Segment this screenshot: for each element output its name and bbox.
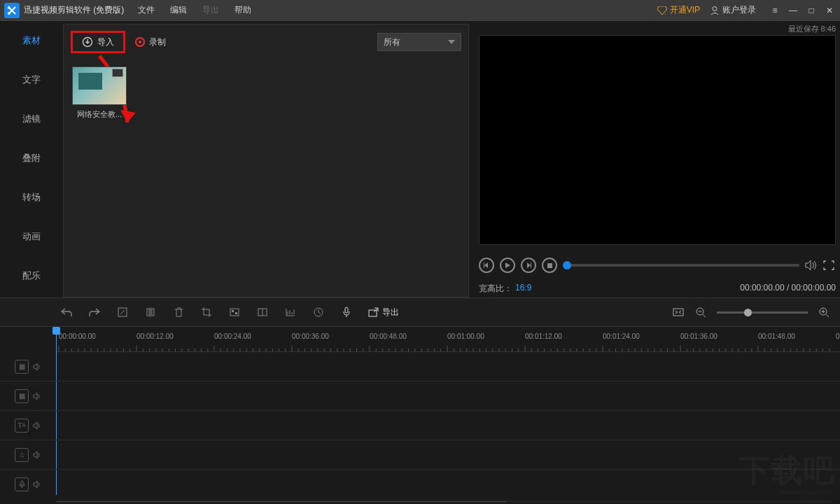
- menu-edit[interactable]: 编辑: [170, 4, 187, 16]
- aspect-value[interactable]: 16:9: [515, 283, 531, 295]
- vip-button[interactable]: 开通VIP: [657, 4, 700, 16]
- sidebar-item-overlay[interactable]: 叠附: [0, 139, 63, 178]
- svg-rect-8: [147, 309, 149, 316]
- undo-button[interactable]: [60, 306, 73, 318]
- mic-track[interactable]: [0, 470, 840, 499]
- record-label: 录制: [149, 36, 166, 48]
- time-display: 00:00:00.00 / 00:00:00.00: [740, 283, 836, 295]
- export-icon: [368, 307, 379, 317]
- timeline-toolbar: 导出: [0, 298, 840, 327]
- stop-button[interactable]: [542, 258, 557, 273]
- text-track[interactable]: TA: [0, 411, 840, 440]
- export-button[interactable]: 导出: [368, 307, 399, 318]
- aspect-label: 宽高比：: [479, 283, 512, 295]
- menu-help[interactable]: 帮助: [234, 4, 251, 16]
- seek-thumb[interactable]: [563, 261, 571, 270]
- ruler-mark: 00:01:12.00: [525, 332, 562, 340]
- music-icon: ♫: [15, 448, 29, 462]
- crop-button[interactable]: [200, 306, 213, 318]
- maximize-button[interactable]: □: [806, 6, 816, 15]
- media-item[interactable]: 网络安全教...: [72, 66, 127, 120]
- filter-dropdown[interactable]: 所有: [377, 33, 461, 51]
- close-button[interactable]: ✕: [825, 6, 834, 15]
- record-icon: [135, 37, 145, 47]
- chart-button[interactable]: [284, 306, 297, 318]
- edit-tool-button[interactable]: [116, 306, 129, 318]
- next-frame-button[interactable]: [521, 258, 536, 273]
- mosaic-button[interactable]: [228, 306, 241, 318]
- ruler-mark: 00:00:00.00: [59, 332, 96, 340]
- fullscreen-icon[interactable]: [823, 260, 836, 270]
- ruler-mark: 00:01:36.00: [680, 332, 718, 340]
- main-menu: 文件 编辑 导出 帮助: [138, 4, 251, 16]
- menu-export: 导出: [202, 4, 219, 16]
- fit-button[interactable]: [672, 306, 685, 318]
- mic-icon: [15, 477, 29, 491]
- title-bar: 迅捷视频剪辑软件 (免费版) 文件 编辑 导出 帮助 开通VIP 账户登录 ≡ …: [0, 0, 840, 21]
- menu-file[interactable]: 文件: [138, 4, 155, 16]
- freeze-button[interactable]: [256, 306, 269, 318]
- play-button[interactable]: [500, 258, 515, 273]
- video-track[interactable]: ▦: [0, 352, 840, 382]
- minimize-button[interactable]: —: [788, 6, 798, 15]
- app-title: 迅捷视频剪辑软件 (免费版): [24, 4, 124, 16]
- preview-viewport[interactable]: [479, 35, 836, 245]
- svg-rect-19: [673, 309, 683, 316]
- speaker-icon[interactable]: [33, 421, 41, 430]
- ruler-mark: 00:02:00: [836, 332, 840, 340]
- speaker-icon[interactable]: [33, 392, 41, 400]
- sidebar-item-transition[interactable]: 转场: [0, 178, 63, 217]
- ruler-mark: 00:00:12.00: [136, 332, 174, 340]
- sidebar-item-material[interactable]: 素材: [0, 21, 63, 60]
- zoom-in-button[interactable]: [818, 306, 830, 318]
- timeline-ruler[interactable]: 00:00:00.00 00:00:12.00 00:00:24.00 00:0…: [56, 327, 840, 352]
- timeline: 00:00:00.00 00:00:12.00 00:00:24.00 00:0…: [0, 327, 840, 504]
- voiceover-button[interactable]: [340, 306, 353, 318]
- vip-label: 开通VIP: [670, 4, 700, 16]
- svg-rect-11: [230, 309, 239, 316]
- svg-rect-13: [235, 312, 237, 314]
- split-button[interactable]: [144, 306, 157, 318]
- sidebar-item-music[interactable]: 配乐: [0, 256, 63, 295]
- pip-track[interactable]: ▦: [0, 382, 840, 411]
- sidebar-item-filter[interactable]: 滤镜: [0, 99, 63, 139]
- svg-point-2: [713, 6, 717, 10]
- prev-frame-button[interactable]: [479, 258, 494, 273]
- music-track[interactable]: ♫: [0, 440, 840, 470]
- pip-icon: ▦: [15, 389, 29, 403]
- svg-rect-27: [21, 481, 23, 485]
- media-grid: 网络安全教...: [64, 59, 468, 297]
- speed-button[interactable]: [312, 306, 325, 318]
- sidebar-item-animation[interactable]: 动画: [0, 217, 63, 256]
- import-button[interactable]: 导入: [71, 31, 125, 53]
- last-save-label: 最近保存 8:46: [479, 24, 836, 35]
- svg-rect-9: [152, 309, 154, 316]
- timeline-h-scrollbar[interactable]: [56, 500, 833, 503]
- delete-button[interactable]: [172, 306, 185, 318]
- zoom-out-button[interactable]: [694, 306, 707, 318]
- seek-slider[interactable]: [563, 264, 799, 267]
- hamburger-icon[interactable]: ≡: [770, 6, 780, 15]
- ruler-mark: 00:00:24.00: [214, 332, 251, 340]
- login-button[interactable]: 账户登录: [710, 4, 756, 16]
- record-button[interactable]: 录制: [135, 36, 166, 48]
- timeline-h-scroll-thumb[interactable]: [56, 501, 507, 502]
- media-thumbnail: [72, 66, 127, 105]
- svg-rect-6: [547, 263, 552, 268]
- media-panel: 导入 录制 所有 网络安全教...: [63, 24, 469, 298]
- sidebar-item-text[interactable]: 文字: [0, 60, 63, 99]
- volume-icon[interactable]: [805, 260, 818, 271]
- speaker-icon[interactable]: [33, 480, 41, 489]
- svg-point-0: [8, 6, 10, 9]
- svg-line-21: [703, 314, 706, 317]
- zoom-thumb[interactable]: [744, 309, 752, 316]
- import-icon: [82, 36, 93, 48]
- redo-button[interactable]: [88, 306, 101, 318]
- ruler-mark: 00:00:48.00: [370, 332, 407, 340]
- svg-rect-12: [232, 310, 234, 312]
- speaker-icon[interactable]: [33, 451, 41, 459]
- svg-rect-4: [484, 262, 484, 268]
- speaker-icon[interactable]: [33, 363, 41, 371]
- zoom-slider[interactable]: [717, 312, 808, 314]
- sidebar: 素材 文字 滤镜 叠附 转场 动画 配乐: [0, 21, 63, 298]
